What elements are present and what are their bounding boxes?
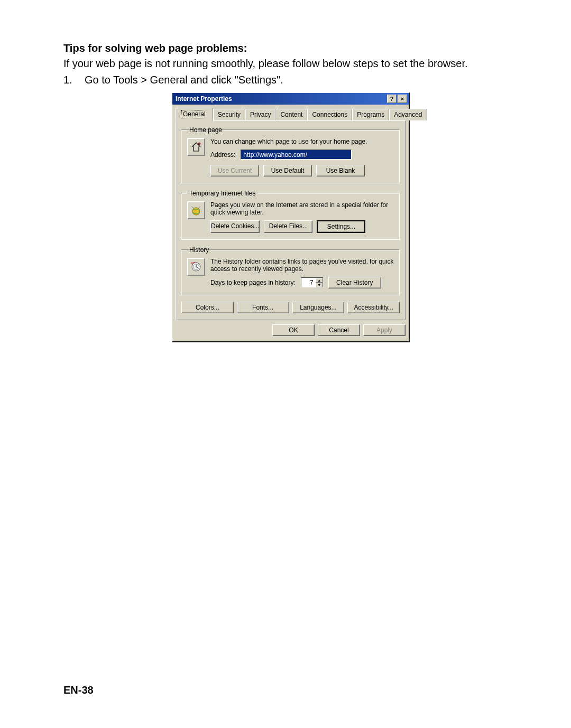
spinner-down[interactable]: ▼ [316,283,323,287]
use-current-button[interactable]: Use Current [210,165,259,176]
days-label: Days to keep pages in history: [210,279,296,286]
tabpanel-general: Home page You can change which page to u… [176,120,406,320]
svg-point-0 [198,143,200,145]
close-button[interactable]: × [398,95,407,103]
step-number: 1. [63,74,85,86]
legend-temp-files: Temporary Internet files [187,190,257,197]
intro-text: If your web page is not running smoothly… [63,58,518,70]
tab-general[interactable]: General [176,108,213,121]
tab-strip: General Security Privacy Content Connect… [172,105,409,120]
group-temp-files: Temporary Internet files Pages you view … [181,190,400,240]
cancel-button[interactable]: Cancel [318,324,360,336]
spinner-up[interactable]: ▲ [316,278,323,283]
tab-advanced[interactable]: Advanced [389,109,427,120]
tab-privacy[interactable]: Privacy [245,109,275,120]
home-page-desc: You can change which page to use for you… [210,138,394,145]
use-blank-button[interactable]: Use Blank [316,165,365,176]
address-label: Address: [210,151,235,158]
address-input[interactable] [241,150,352,160]
days-value[interactable]: 7 [301,277,316,287]
svg-point-1 [192,208,200,215]
delete-cookies-button[interactable]: Delete Cookies... [210,220,260,233]
help-button[interactable]: ? [387,95,397,103]
group-history: History The History folder contains link… [181,246,400,295]
temp-files-desc: Pages you view on the Internet are store… [210,201,394,216]
step-text: Go to Tools > General and click "Setting… [85,74,283,86]
days-spinner[interactable]: 7 ▲ ▼ [301,277,323,288]
tips-heading: Tips for solving web page problems: [63,42,518,54]
step-1: 1. Go to Tools > General and click "Sett… [63,74,518,86]
tab-content[interactable]: Content [275,109,307,120]
internet-properties-dialog: Internet Properties ? × General Security… [172,92,410,342]
history-icon [187,258,205,276]
dialog-title: Internet Properties [176,95,232,102]
apply-button[interactable]: Apply [363,324,406,336]
tab-security[interactable]: Security [213,109,245,120]
tab-programs[interactable]: Programs [352,109,389,120]
home-icon [187,138,205,156]
delete-files-button[interactable]: Delete Files... [264,220,312,233]
page-number: EN-38 [63,684,94,696]
settings-button[interactable]: Settings... [317,220,365,233]
fonts-button[interactable]: Fonts... [237,302,289,313]
legend-home-page: Home page [187,126,224,134]
titlebar: Internet Properties ? × [172,93,409,105]
use-default-button[interactable]: Use Default [263,165,312,176]
ok-button[interactable]: OK [272,324,315,336]
clear-history-button[interactable]: Clear History [328,277,381,288]
legend-history: History [187,246,211,254]
history-desc: The History folder contains links to pag… [210,258,394,273]
colors-button[interactable]: Colors... [181,302,234,313]
internet-files-icon [187,201,205,219]
group-home-page: Home page You can change which page to u… [181,126,400,183]
languages-button[interactable]: Languages... [292,302,345,313]
accessibility-button[interactable]: Accessibility... [347,302,400,313]
tab-connections[interactable]: Connections [307,109,352,120]
